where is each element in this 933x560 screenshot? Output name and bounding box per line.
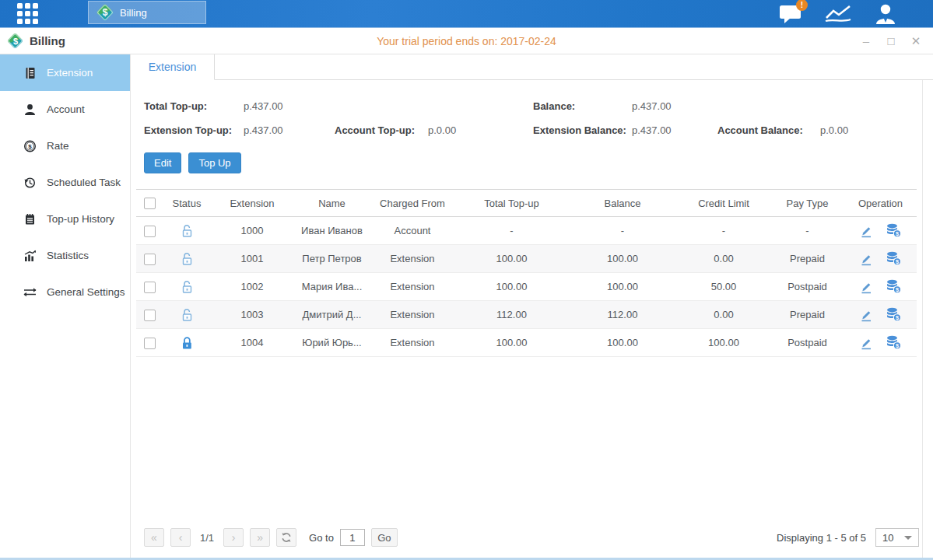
sidebar-item-label: Top-up History [47,213,114,225]
apps-launcher-button[interactable] [0,0,54,27]
balance-cell: 100.00 [568,273,677,301]
close-button[interactable]: ✕ [910,35,922,47]
row-checkbox[interactable] [144,310,156,321]
extension-balance-value: p.437.00 [632,124,717,136]
sidebar-item-scheduled-task[interactable]: Scheduled Task [0,164,130,201]
row-checkbox[interactable] [144,338,156,349]
pay-type-cell: - [770,217,844,245]
balance-value: p.437.00 [632,100,717,112]
extension-table: Status Extension Name Charged From Total… [136,189,922,357]
notification-badge: ! [796,0,808,11]
topup-row-button[interactable]: $ [886,251,902,266]
refresh-icon [281,532,292,543]
column-header-status: Status [163,190,210,217]
topup-history-notebook-icon [23,213,37,226]
maximize-button[interactable]: □ [885,35,897,47]
charged-from-cell: Extension [370,301,455,329]
unlocked-icon [181,224,194,238]
edit-row-button[interactable] [859,308,873,322]
row-checkbox[interactable] [144,226,156,237]
extension-cell: 1002 [210,273,294,301]
sidebar-item-general-settings[interactable]: General Settings [0,274,130,310]
edit-row-button[interactable] [859,224,873,238]
topup-coins-icon: $ [886,251,902,266]
next-page-button[interactable]: › [223,528,244,547]
page-size-select[interactable]: 10 [875,528,919,547]
total-topup-cell: 100.00 [455,329,568,357]
account-person-icon [23,103,37,116]
balance-cell: 100.00 [568,329,677,357]
taskbar-item-billing[interactable]: $ Billing [88,1,206,24]
table-row[interactable]: 1000 Иван Иванов Account - - - - [136,217,917,245]
general-settings-sliders-icon [23,286,37,299]
goto-label: Go to [309,532,334,544]
sidebar-item-account[interactable]: Account [0,91,130,128]
total-topup-cell: - [455,217,568,245]
name-cell: Мария Ива... [294,273,370,301]
refresh-button[interactable] [276,528,296,547]
table-header-row: Status Extension Name Charged From Total… [136,190,917,217]
total-topup-cell: 100.00 [455,245,568,273]
tab-extension[interactable]: Extension [131,54,215,80]
pay-type-cell: Prepaid [770,301,844,329]
tab-strip: Extension [131,54,933,80]
table-row[interactable]: 1004 Юрий Юрь... Extension 100.00 100.00… [136,329,917,357]
total-topup-cell: 112.00 [455,301,568,329]
topup-row-button[interactable]: $ [886,279,902,294]
topup-row-button[interactable]: $ [886,307,902,322]
table-row[interactable]: 1001 Петр Петров Extension 100.00 100.00… [136,245,917,273]
user-account-button[interactable] [874,3,897,24]
edit-pencil-icon [859,308,873,322]
sidebar-item-label: Scheduled Task [47,177,121,188]
minimize-button[interactable]: – [860,35,872,47]
status-cell [163,245,210,273]
sidebar-item-rate[interactable]: $ Rate [0,128,130,164]
row-checkbox[interactable] [144,282,156,293]
sidebar-item-label: Account [47,103,85,115]
table-row[interactable]: 1003 Дмитрий Д... Extension 112.00 112.0… [136,301,917,329]
edit-button[interactable]: Edit [144,152,181,173]
goto-page-input[interactable] [340,529,365,546]
window-title-bar: $ Billing Your trial period ends on: 201… [0,28,933,54]
sidebar-item-statistics[interactable]: Statistics [0,237,130,274]
extension-topup-label: Extension Top-up: [144,124,244,136]
table-row[interactable]: 1002 Мария Ива... Extension 100.00 100.0… [136,273,917,301]
column-header-extension: Extension [210,190,294,217]
sidebar-item-extension[interactable]: Extension [0,54,130,91]
balance-cell: 112.00 [568,301,677,329]
name-cell: Дмитрий Д... [294,301,370,329]
sidebar-item-label: General Settings [47,286,125,298]
balance-cell: 100.00 [568,245,677,273]
credit-limit-cell: 50.00 [677,273,770,301]
account-topup-value: p.0.00 [428,124,456,136]
column-header-operation: Operation [844,190,917,217]
go-button[interactable]: Go [371,528,398,547]
sidebar-item-label: Statistics [47,250,89,261]
last-page-button[interactable]: » [250,528,270,547]
credit-limit-cell: 100.00 [677,329,770,357]
charged-from-cell: Account [370,217,455,245]
status-cell [163,329,210,357]
charged-from-cell: Extension [370,329,455,357]
notifications-button[interactable]: ! [779,4,802,24]
edit-row-button[interactable] [859,280,873,294]
topup-row-button[interactable]: $ [886,223,902,238]
sidebar-item-topup-history[interactable]: Top-up History [0,201,130,237]
topup-button[interactable]: Top Up [188,152,240,173]
account-topup-label: Account Top-up: [335,124,428,136]
column-header-credit-limit: Credit Limit [677,190,770,217]
prev-page-button[interactable]: ‹ [170,528,191,547]
line-chart-icon [824,4,852,24]
select-all-checkbox[interactable] [144,198,156,209]
unlocked-icon [181,308,194,322]
edit-row-button[interactable] [859,336,873,350]
column-header-charged-from: Charged From [370,190,455,217]
topup-row-button[interactable]: $ [886,335,902,350]
statistics-topbar-button[interactable] [824,4,852,24]
row-checkbox[interactable] [144,254,156,265]
edit-pencil-icon [859,252,873,266]
first-page-button[interactable]: « [144,528,164,547]
pay-type-cell: Postpaid [770,329,844,357]
edit-row-button[interactable] [859,252,873,266]
unlocked-icon [181,280,194,294]
